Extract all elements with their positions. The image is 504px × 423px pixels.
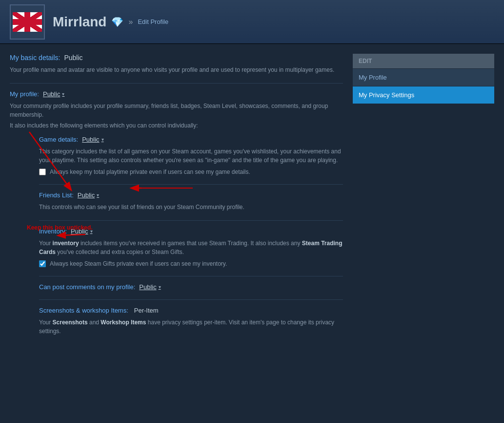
friends-list-row: Friends List: Public ▾ [39, 191, 343, 199]
screenshots-desc: Your Screenshots and Workshop Items have… [39, 318, 343, 336]
inventory-section: Inventory: Public ▾ Your inventory inclu… [10, 228, 343, 267]
comments-dropdown[interactable]: Public ▾ [139, 283, 161, 291]
divider-2 [39, 184, 343, 185]
game-details-row: Game details: Public ▾ [39, 136, 343, 143]
my-profile-dropdown[interactable]: Public ▾ [43, 90, 64, 98]
friends-list-section: Friends List: Public ▾ This controls who… [10, 191, 343, 212]
divider-1 [10, 83, 343, 84]
comments-section: Can post comments on my profile: Public … [10, 283, 343, 291]
avatar [10, 4, 45, 40]
inventory-bold-2: Steam Trading Cards [39, 240, 343, 255]
username: Mirrland [53, 14, 106, 30]
comments-row: Can post comments on my profile: Public … [39, 283, 343, 291]
gifts-checkbox[interactable] [39, 260, 46, 267]
inventory-checkbox-row: Always keep Steam Gifts private even if … [39, 260, 343, 267]
basic-details-desc: Your profile name and avatar are visible… [10, 65, 343, 74]
inventory-arrow: ▾ [90, 229, 93, 234]
game-details-desc: This category includes the list of all g… [39, 147, 343, 165]
also-includes: It also includes the following elements … [10, 122, 343, 129]
my-profile-row: My profile: Public ▾ [10, 90, 343, 98]
inventory-row: Inventory: Public ▾ [39, 228, 343, 235]
right-sidebar: EDIT My Profile My Privacy Settings [353, 54, 494, 344]
edit-profile-link[interactable]: Edit Profile [138, 18, 168, 25]
screenshots-label: Screenshots & workshop Items: [39, 307, 128, 314]
separator: » [128, 18, 133, 26]
header: Mirrland 💎 » Edit Profile [0, 0, 504, 44]
friends-list-label: Friends List: [39, 191, 74, 199]
inventory-bold-1: inventory [53, 240, 79, 247]
game-details-value: Public [82, 136, 99, 143]
sidebar-item-my-profile[interactable]: My Profile [353, 68, 494, 86]
game-details-arrow: ▾ [101, 137, 104, 142]
friends-list-value: Public [78, 191, 95, 199]
my-profile-section: My profile: Public ▾ Your community prof… [10, 90, 343, 336]
basic-details-value: Public [64, 54, 82, 62]
basic-details-title: My basic details: Public [10, 54, 343, 62]
game-details-checkbox-row: Always keep my total playtime private ev… [39, 169, 343, 175]
diamond-icon: 💎 [111, 16, 123, 28]
inventory-desc: Your inventory includes items you've rec… [39, 239, 343, 256]
friends-list-desc: This controls who can see your list of f… [39, 203, 343, 212]
playtime-checkbox-label: Always keep my total playtime private ev… [50, 169, 250, 175]
game-details-label: Game details: [39, 136, 78, 143]
main-content: My basic details: Public Your profile na… [0, 44, 504, 354]
game-details-section: Game details: Public ▾ This category inc… [10, 136, 343, 175]
screenshots-bold-1: Screenshots [53, 319, 88, 326]
basic-details-section: My basic details: Public Your profile na… [10, 54, 343, 74]
left-panel: My basic details: Public Your profile na… [10, 54, 343, 344]
gifts-checkbox-label: Always keep Steam Gifts private even if … [50, 260, 227, 267]
username-area: Mirrland 💎 » Edit Profile [53, 14, 168, 30]
comments-label: Can post comments on my profile: [39, 283, 135, 291]
my-profile-label: My profile: [10, 90, 39, 98]
comments-arrow: ▾ [159, 284, 161, 290]
screenshots-bold-2: Workshop Items [101, 319, 146, 326]
inventory-value: Public [71, 228, 88, 235]
inventory-dropdown[interactable]: Public ▾ [71, 228, 92, 235]
friends-list-arrow: ▾ [97, 192, 99, 198]
my-profile-value: Public [43, 90, 60, 98]
friends-list-dropdown[interactable]: Public ▾ [78, 191, 99, 199]
sidebar-edit-label: EDIT [353, 54, 494, 68]
my-profile-desc: Your community profile includes your pro… [10, 102, 343, 119]
screenshots-section: Screenshots & workshop Items: Per-Item Y… [10, 307, 343, 336]
screenshots-value: Per-Item [134, 307, 159, 314]
my-profile-arrow: ▾ [62, 91, 64, 97]
inventory-label: Inventory: [39, 228, 67, 235]
game-details-dropdown[interactable]: Public ▾ [82, 136, 103, 143]
divider-3 [39, 220, 343, 221]
divider-5 [39, 299, 343, 300]
divider-4 [39, 276, 343, 276]
comments-value: Public [139, 283, 156, 291]
screenshots-row: Screenshots & workshop Items: Per-Item [39, 307, 343, 314]
sidebar-item-my-privacy-settings[interactable]: My Privacy Settings [353, 86, 494, 104]
playtime-checkbox[interactable] [39, 169, 46, 175]
